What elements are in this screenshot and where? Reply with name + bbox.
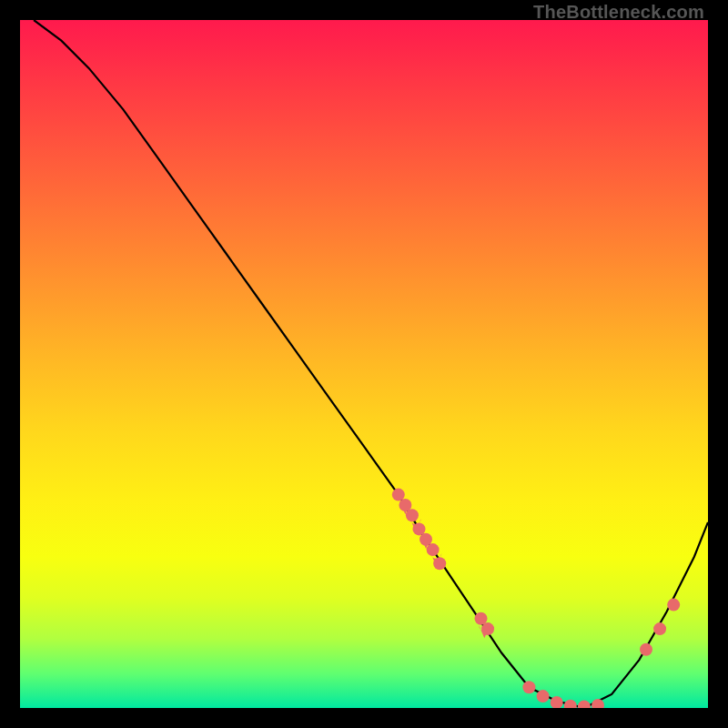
- curve-layer: [20, 20, 708, 708]
- scatter-dot: [578, 701, 591, 709]
- scatter-dot: [392, 489, 405, 501]
- scatter-dot: [433, 557, 446, 570]
- scatter-dot: [640, 643, 652, 656]
- scatter-dot: [537, 690, 550, 703]
- scatter-dot: [475, 612, 488, 625]
- scatter-dot: [522, 681, 535, 693]
- chart-frame: TheBottleneck.com: [0, 0, 728, 728]
- scatter-dot: [667, 599, 680, 612]
- scatter-dot: [653, 622, 666, 635]
- scatter-dot: [427, 543, 440, 556]
- scatter-dot: [481, 622, 494, 635]
- scatter-dot: [406, 509, 419, 521]
- plot-area: [20, 20, 708, 708]
- scatter-dot: [413, 522, 426, 535]
- watermark-text: TheBottleneck.com: [533, 2, 704, 23]
- scatter-dot: [592, 699, 604, 708]
- bottleneck-curve: [34, 20, 708, 708]
- scatter-dots: [392, 489, 680, 708]
- scatter-dot: [564, 700, 577, 708]
